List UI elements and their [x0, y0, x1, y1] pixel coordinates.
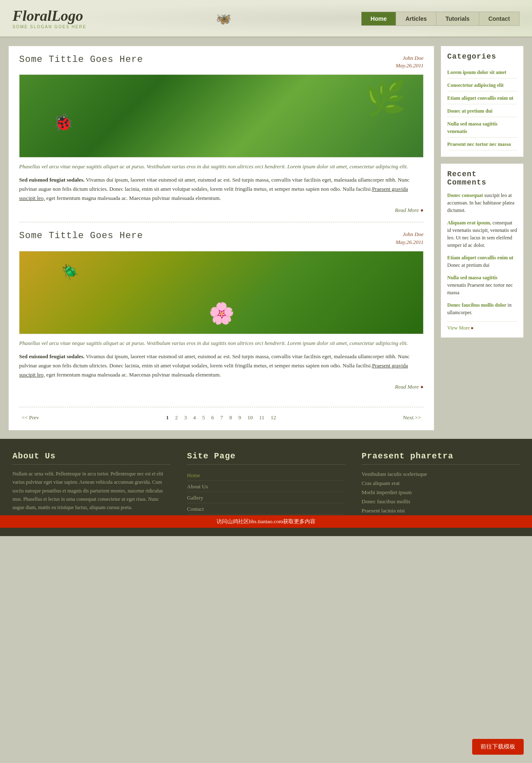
footer-links: HomeAbout UsGalleryContact [187, 470, 345, 514]
logo-slogan: SOME SLOGAN GOES HERE [12, 25, 86, 29]
footer-link[interactable]: Gallery [187, 495, 203, 501]
footer-sitepage-title: Site Page [187, 451, 345, 465]
footer-col3-item: Praesent lacinia nisi [362, 506, 520, 515]
sidebar: Categories Lorem ipsum dolor sit ametCon… [441, 46, 524, 431]
read-more-link[interactable]: Read More [395, 207, 424, 213]
footer-col3-item: Cras aliquam erat [362, 479, 520, 488]
article-header: Some Tittle Goes Here John Doe May.26.20… [19, 54, 424, 69]
footer-about: About Us Nullam ac urna velit. Pellentes… [12, 451, 170, 515]
category-item[interactable]: Praesent nec tortor nec massa [447, 141, 511, 147]
page-6[interactable]: 6 [209, 413, 217, 421]
page-4[interactable]: 4 [191, 413, 199, 421]
comment-item: Donec consequat suscipit leo at accumsan… [447, 192, 517, 214]
footer-sitepage: Site Page HomeAbout UsGalleryContact [187, 451, 345, 515]
footer-link[interactable]: Contact [187, 506, 204, 512]
comment-item: Donec faucibus mollis dolor in ullamcorp… [447, 301, 517, 316]
comment-link[interactable]: Donec faucibus mollis dolor [447, 302, 506, 308]
article-excerpt: Phasellus vel arcu vitae neque sagittis … [19, 339, 424, 348]
category-item[interactable]: Consectetur adipiscing elit [447, 82, 504, 88]
comment-link[interactable]: Donec consequat [447, 192, 483, 198]
category-item[interactable]: Etiam aliquet convallis enim ut [447, 95, 513, 101]
footer-links2: Vestibulum iaculis scelerisqueCras aliqu… [362, 470, 520, 515]
main-nav: HomeArticlesTutorialsContact [361, 12, 520, 26]
page-3[interactable]: 3 [182, 413, 190, 421]
footer-col3-title: Praesent pharetra [362, 451, 520, 465]
footer: About Us Nullam ac urna velit. Pellentes… [0, 439, 532, 536]
header-center: 🦋 ❧ [86, 12, 361, 26]
comment-item: Etiam aliquet convallis enim ut Donec at… [447, 254, 517, 269]
read-more: Read More [19, 207, 424, 214]
article-1: Some Tittle Goes Here John Doe May.26.20… [19, 54, 424, 222]
footer-link[interactable]: Home [187, 472, 200, 478]
article-body: Sed euismod feugiat sodales. Vivamus dui… [19, 175, 424, 203]
footer-about-text: Nullam ac urna velit. Pellentesque in ar… [12, 470, 170, 512]
category-item[interactable]: Donec at pretium dui [447, 108, 493, 114]
page-2[interactable]: 2 [172, 413, 180, 421]
article-title: Some Tittle Goes Here [19, 231, 143, 241]
footer-col3-item: Donec faucibus mollis [362, 497, 520, 506]
comments-title: Recent Comments [447, 170, 517, 187]
logo: FloralLogo [12, 8, 86, 23]
article-body: Sed euismod feugiat sodales. Vivamus dui… [19, 352, 424, 379]
comment-link[interactable]: Aliquam erat ipsum, [447, 220, 491, 226]
article-meta: John Doe May.26.2011 [396, 231, 424, 246]
nav-item-contact[interactable]: Contact [479, 12, 520, 26]
page-11[interactable]: 11 [256, 413, 267, 421]
read-more: Read More [19, 384, 424, 390]
page-9[interactable]: 9 [236, 413, 244, 421]
categories-title: Categories [447, 52, 517, 61]
articles-container: Some Tittle Goes Here John Doe May.26.20… [19, 54, 424, 399]
footer-col3-item: Morbi imperdiet ipsum [362, 488, 520, 497]
comment-link[interactable]: Etiam aliquet convallis enim ut [447, 255, 513, 261]
article-image-1 [19, 74, 424, 158]
article-meta: John Doe May.26.2011 [396, 54, 424, 69]
article-header: Some Tittle Goes Here John Doe May.26.20… [19, 231, 424, 246]
article-title: Some Tittle Goes Here [19, 54, 143, 65]
pagination: << Prev 1 2 3 4 5 6 7 8 9 10 11 12 Next … [19, 407, 424, 422]
page-8[interactable]: 8 [227, 413, 235, 421]
article-2: Some Tittle Goes Here John Doe May.26.20… [19, 231, 424, 398]
categories-widget: Categories Lorem ipsum dolor sit ametCon… [441, 46, 524, 157]
footer-inner: About Us Nullam ac urna velit. Pellentes… [0, 451, 532, 515]
comment-item: Aliquam erat ipsum, consequat id venenat… [447, 219, 517, 249]
body-link[interactable]: Praesent gravida suscipit leo, [19, 186, 408, 201]
nav-item-tutorials[interactable]: Tutorials [436, 12, 479, 26]
nav-item-home[interactable]: Home [361, 12, 396, 26]
header: FloralLogo SOME SLOGAN GOES HERE 🦋 ❧ Hom… [0, 0, 532, 37]
page-wrapper: Some Tittle Goes Here John Doe May.26.20… [0, 37, 532, 439]
article-excerpt: Phasellus vel arcu vitae neque sagittis … [19, 162, 424, 171]
content-area: Some Tittle Goes Here John Doe May.26.20… [8, 46, 434, 431]
page-7[interactable]: 7 [218, 413, 226, 421]
category-item[interactable]: Lorem ipsum dolor sit amet [447, 69, 506, 75]
page-1[interactable]: 1 [163, 413, 171, 421]
read-more-link[interactable]: Read More [395, 384, 424, 390]
page-12[interactable]: 12 [268, 413, 278, 421]
watermark: 访问山鸡社区bbs.tianiao.com获取更多内容 [0, 515, 532, 528]
footer-link[interactable]: About Us [187, 483, 208, 490]
category-list: Lorem ipsum dolor sit ametConsectetur ad… [447, 66, 517, 150]
article-image-2 [19, 251, 424, 334]
category-item[interactable]: Nulla sed massa sagittis venenatis [447, 121, 498, 134]
comment-item: Nulla sed massa sagittis venenatis Praes… [447, 274, 517, 296]
body-link[interactable]: Praesent gravida suscipit leo, [19, 362, 408, 378]
nav-item-articles[interactable]: Articles [396, 12, 436, 26]
next-button[interactable]: Next >> [401, 413, 424, 422]
page-5[interactable]: 5 [200, 413, 207, 421]
footer-about-title: About Us [12, 451, 170, 465]
comments-widget: Recent Comments Donec consequat suscipit… [441, 163, 524, 338]
page-numbers: 1 2 3 4 5 6 7 8 9 10 11 12 [163, 414, 278, 421]
main-content: Some Tittle Goes Here John Doe May.26.20… [8, 37, 524, 439]
footer-col3: Praesent pharetra Vestibulum iaculis sce… [362, 451, 520, 515]
floral-decoration: ❧ [215, 7, 232, 31]
comments-list: Donec consequat suscipit leo at accumsan… [447, 192, 517, 316]
prev-button[interactable]: << Prev [19, 413, 42, 422]
footer-col3-item: Vestibulum iaculis scelerisque [362, 470, 520, 479]
logo-area: FloralLogo SOME SLOGAN GOES HERE [12, 8, 86, 29]
comment-link[interactable]: Nulla sed massa sagittis [447, 275, 498, 281]
page-10[interactable]: 10 [245, 413, 255, 421]
view-more-link[interactable]: View More [447, 321, 517, 331]
